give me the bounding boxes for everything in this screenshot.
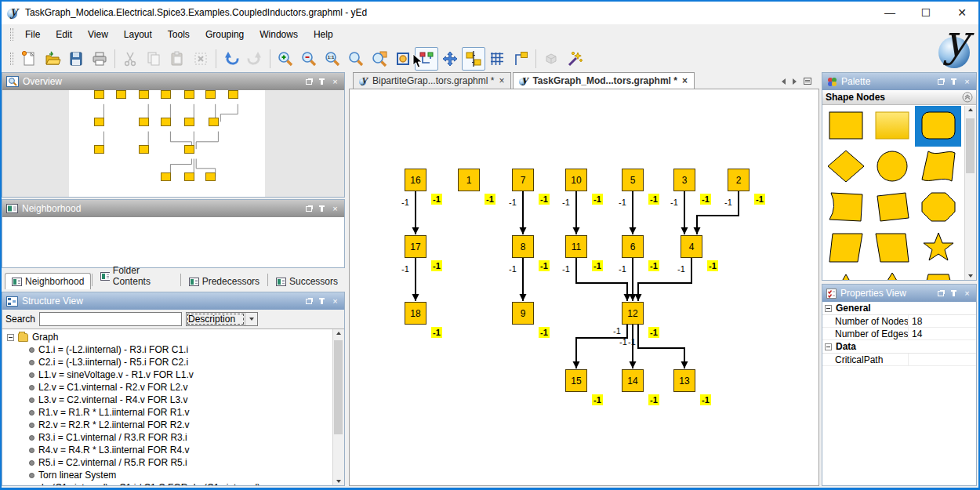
graph-node-9[interactable]: 9: [512, 302, 534, 325]
property-value[interactable]: 18: [909, 315, 976, 327]
document-tab-1[interactable]: yTaskGraph_Mod...tors.graphml *×: [513, 72, 695, 89]
structure-view-titlebar[interactable]: Structure View ×: [2, 292, 344, 310]
tab-close-icon[interactable]: ×: [498, 75, 505, 86]
float-icon[interactable]: [935, 289, 946, 299]
edge-label[interactable]: -1: [670, 198, 678, 207]
document-tab-0[interactable]: yBipartiteGrap...tors.graphml *×: [353, 72, 511, 89]
menu-grouping[interactable]: Grouping: [198, 26, 252, 43]
graph-node-4[interactable]: 4: [681, 235, 702, 258]
node-cost-label[interactable]: -1: [707, 260, 718, 271]
edge-label[interactable]: -1: [509, 198, 517, 207]
overview-titlebar[interactable]: Overview ×: [2, 73, 344, 90]
graph-edges[interactable]: [350, 89, 819, 486]
node-cost-label[interactable]: -1: [539, 194, 550, 205]
graph-node-10[interactable]: 10: [565, 169, 587, 191]
tree-item[interactable]: R3.i = C1.vinternal / R3.R FOR R3.i: [2, 431, 332, 444]
tab-scroll-left-icon[interactable]: [782, 78, 786, 85]
graph-node-2[interactable]: 2: [728, 169, 750, 191]
close-icon[interactable]: ×: [962, 77, 972, 87]
graph-node-6[interactable]: 6: [622, 235, 644, 258]
close-icon[interactable]: ×: [962, 289, 972, 299]
tree-item[interactable]: L3.v = C2.vinternal - R4.v FOR L3.v: [2, 394, 332, 406]
graph-node-14[interactable]: 14: [622, 369, 644, 392]
edge-label-button[interactable]: [509, 47, 532, 71]
graph-node-5[interactable]: 5: [622, 169, 644, 191]
node-cost-label[interactable]: -1: [539, 260, 550, 271]
tree-item[interactable]: der(C1.vinternal) = C1.i / C1.C FOR der(…: [2, 481, 332, 485]
tree-item[interactable]: R5.i = C2.vinternal / R5.R FOR R5.i: [2, 456, 332, 469]
expander-minus-icon[interactable]: [7, 334, 14, 341]
close-icon[interactable]: ×: [330, 204, 340, 214]
float-icon[interactable]: [935, 77, 946, 87]
chevron-down-icon[interactable]: [245, 313, 257, 325]
palette-shape-round-rectangle[interactable]: [915, 106, 961, 147]
print-button[interactable]: [88, 47, 111, 71]
pin-icon[interactable]: [949, 77, 959, 87]
float-icon[interactable]: [303, 77, 314, 87]
menu-view[interactable]: View: [80, 26, 116, 43]
graph-node-3[interactable]: 3: [673, 169, 695, 191]
collapse-section-icon[interactable]: [962, 92, 973, 103]
panel-tab-predecessors[interactable]: Predecessors: [182, 273, 267, 289]
menu-help[interactable]: Help: [306, 26, 341, 43]
panel-tab-folder-contents[interactable]: Folder Contents: [93, 262, 180, 289]
panel-tab-neighborhood[interactable]: Neighborhood: [5, 273, 91, 289]
tree-item[interactable]: Torn linear System: [2, 469, 332, 481]
node-cost-label[interactable]: -1: [592, 394, 603, 405]
tab-scroll-right-icon[interactable]: [793, 78, 797, 85]
node-cost-label[interactable]: -1: [700, 394, 711, 405]
tree-item[interactable]: R1.v = R1.R * L1.iinternal FOR R1.v: [2, 406, 332, 419]
graph-node-8[interactable]: 8: [512, 235, 534, 258]
menu-grip[interactable]: [10, 28, 13, 41]
filter-dropdown[interactable]: Description: [186, 312, 258, 326]
node-cost-label[interactable]: -1: [485, 194, 495, 205]
edge-label[interactable]: -1: [562, 198, 570, 207]
node-cost-label[interactable]: -1: [539, 327, 550, 338]
save-button[interactable]: [64, 47, 88, 71]
undo-button[interactable]: [220, 47, 243, 71]
maximize-button[interactable]: ☐: [908, 1, 944, 24]
palette-shape-rectangle[interactable]: [822, 106, 869, 147]
menu-tools[interactable]: Tools: [160, 26, 198, 43]
palette-shape-diamond[interactable]: [822, 147, 869, 187]
node-cost-label[interactable]: -1: [754, 194, 765, 205]
collapse-minus-icon[interactable]: [825, 343, 832, 350]
tree-scrollbar-thumb[interactable]: [334, 340, 343, 434]
palette-shape-ellipse[interactable]: [869, 147, 915, 187]
scroll-down-icon[interactable]: [968, 274, 973, 278]
graph-node-15[interactable]: 15: [565, 369, 587, 392]
node-cost-label[interactable]: -1: [592, 194, 603, 205]
panel-tab-successors[interactable]: Successors: [269, 273, 345, 289]
float-icon[interactable]: [303, 296, 314, 307]
zoom-selection-button[interactable]: [368, 47, 391, 71]
menu-layout[interactable]: Layout: [116, 26, 160, 43]
edge-label[interactable]: -1: [724, 198, 732, 207]
palette-titlebar[interactable]: Palette ×: [822, 73, 976, 90]
tree-item[interactable]: L1.v = sineVoltage.v - R1.v FOR L1.v: [2, 368, 332, 381]
graph-node-7[interactable]: 7: [512, 169, 534, 191]
grid-button[interactable]: [485, 47, 509, 71]
edge-label[interactable]: -1: [401, 264, 409, 274]
graph-node-13[interactable]: 13: [673, 369, 695, 392]
graph-canvas[interactable]: -1-1-1-1-1-1-1-1-1-1-1-1-1-116-11-17-110…: [349, 89, 819, 486]
palette-shape-star-5[interactable]: [915, 228, 961, 269]
tab-close-icon[interactable]: ×: [681, 75, 688, 86]
edge-label[interactable]: -1: [613, 326, 621, 336]
tree-item[interactable]: R4.v = R4.R * L3.iinternal FOR R4.v: [2, 444, 332, 456]
tree-item[interactable]: R2.v = R2.R * L2.iinternal FOR R2.v: [2, 419, 332, 431]
node-cost-label[interactable]: -1: [648, 394, 659, 405]
property-group-general[interactable]: General: [822, 302, 976, 315]
scroll-up-icon[interactable]: [336, 332, 341, 335]
scroll-down-icon[interactable]: [336, 480, 341, 483]
zoom-button[interactable]: [344, 47, 368, 71]
toolbar-grip[interactable]: [10, 53, 13, 65]
scroll-up-icon[interactable]: [968, 108, 973, 111]
minimize-button[interactable]: —: [872, 1, 908, 24]
edge-label[interactable]: -1: [619, 337, 627, 347]
graph-node-16[interactable]: 16: [405, 169, 426, 191]
zoom-in-button[interactable]: [274, 47, 297, 71]
palette-shape-rectangle-gradient[interactable]: [869, 106, 915, 147]
close-icon[interactable]: ×: [330, 77, 340, 87]
edge-label[interactable]: -1: [401, 198, 409, 207]
node-cost-label[interactable]: -1: [431, 260, 442, 271]
